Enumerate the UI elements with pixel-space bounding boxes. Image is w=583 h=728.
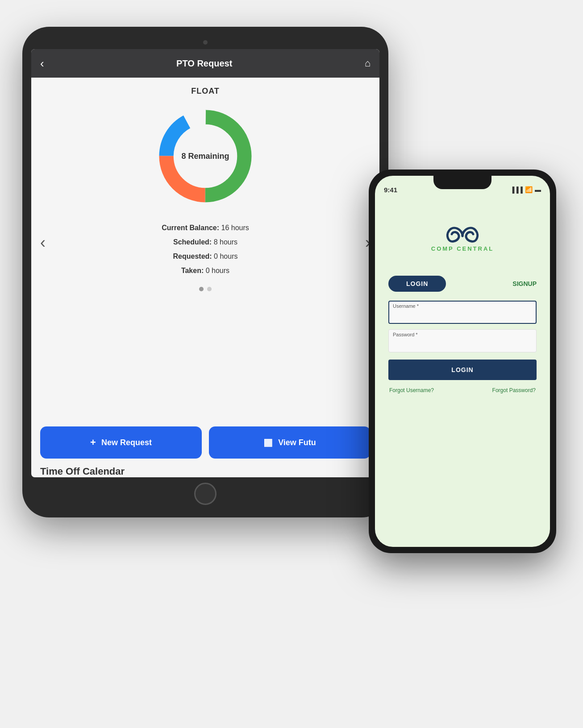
phone-status-icons: ▐▐▐ 📶 ▬: [510, 186, 541, 193]
remaining-text: 8 Remaining: [181, 152, 229, 161]
password-group: Password *: [388, 329, 537, 352]
wifi-icon: 📶: [525, 186, 533, 193]
dot-2: [207, 287, 212, 291]
username-group: Username *: [388, 301, 537, 324]
time-off-section: Time Off Calendar: [31, 466, 379, 477]
current-balance-label: Current Balance:: [162, 224, 219, 232]
login-form: Username * Password * LOGIN Forgot Usern…: [384, 301, 541, 393]
phone-device: 9:41 ▐▐▐ 📶 ▬ C: [369, 170, 556, 553]
page-dots: [199, 287, 212, 291]
tablet-camera: [203, 40, 208, 45]
current-balance-row: Current Balance: 16 hours: [162, 221, 249, 235]
phone-screen: 9:41 ▐▐▐ 📶 ▬ C: [375, 176, 550, 547]
back-button[interactable]: ‹: [40, 57, 44, 70]
tablet-home-button[interactable]: [194, 483, 217, 505]
svg-text:COMP CENTRAL: COMP CENTRAL: [431, 245, 494, 252]
taken-row: Taken: 0 hours: [162, 264, 249, 278]
donut-center: 8 Remaining: [181, 152, 229, 161]
logo-area: COMP CENTRAL: [418, 220, 507, 258]
taken-value: 0 hours: [206, 267, 229, 274]
requested-value: 0 hours: [214, 252, 237, 260]
view-future-button[interactable]: ▦ View Futu: [209, 426, 371, 459]
home-icon[interactable]: ⌂: [365, 58, 371, 69]
new-request-label: New Request: [101, 438, 152, 447]
phone-time: 9:41: [384, 186, 397, 194]
page-title: PTO Request: [176, 58, 232, 69]
login-tab[interactable]: LOGIN: [388, 276, 446, 292]
current-balance-value: 16 hours: [221, 224, 249, 232]
dot-1: [199, 287, 204, 291]
username-label: Username *: [393, 303, 419, 309]
action-buttons: + New Request ▦ View Futu: [31, 419, 379, 466]
requested-row: Requested: 0 hours: [162, 249, 249, 264]
password-label: Password *: [393, 332, 418, 337]
tablet-content: FLOAT ‹ › 8 Remaining: [31, 78, 379, 419]
forgot-links: Forgot Username? Forgot Password?: [388, 387, 537, 393]
forgot-password-link[interactable]: Forgot Password?: [492, 387, 536, 393]
time-off-title: Time Off Calendar: [40, 466, 125, 477]
requested-label: Requested:: [173, 252, 212, 260]
taken-label: Taken:: [181, 267, 204, 274]
scheduled-row: Scheduled: 8 hours: [162, 235, 249, 249]
login-button[interactable]: LOGIN: [388, 360, 537, 380]
battery-icon: ▬: [535, 186, 541, 193]
view-future-label: View Futu: [278, 438, 316, 447]
scheduled-label: Scheduled:: [173, 238, 212, 246]
tablet-device: ‹ PTO Request ⌂ FLOAT ‹ ›: [22, 27, 388, 517]
calendar-icon: ▦: [263, 437, 273, 448]
new-request-button[interactable]: + New Request: [40, 426, 202, 459]
tablet-header: ‹ PTO Request ⌂: [31, 49, 379, 78]
prev-arrow[interactable]: ‹: [40, 233, 46, 252]
scheduled-value: 8 hours: [214, 238, 237, 246]
signal-icon: ▐▐▐: [510, 186, 523, 193]
phone-content: COMP CENTRAL LOGIN SIGNUP Username * Pas…: [375, 198, 550, 547]
forgot-username-link[interactable]: Forgot Username?: [389, 387, 434, 393]
donut-chart: 8 Remaining: [154, 105, 257, 207]
phone-notch: [433, 176, 491, 189]
tablet-screen: ‹ PTO Request ⌂ FLOAT ‹ ›: [31, 49, 379, 477]
float-label: FLOAT: [191, 87, 220, 96]
comp-central-logo: COMP CENTRAL: [418, 220, 507, 256]
plus-icon: +: [90, 437, 96, 448]
signup-tab[interactable]: SIGNUP: [512, 280, 537, 287]
balance-info: Current Balance: 16 hours Scheduled: 8 h…: [162, 221, 249, 278]
auth-tabs: LOGIN SIGNUP: [384, 276, 541, 292]
